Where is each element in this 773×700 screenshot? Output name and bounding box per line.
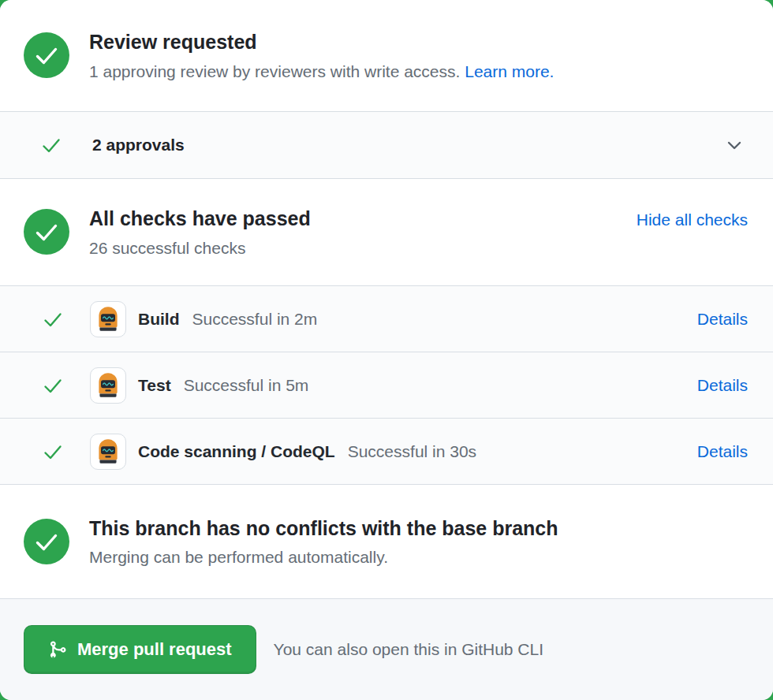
- check-status: Successful in 30s: [348, 442, 476, 461]
- merge-button-label: Merge pull request: [77, 639, 232, 660]
- hide-all-checks-link[interactable]: Hide all checks: [637, 210, 748, 229]
- review-status-subtitle-text: 1 approving review by reviewers with wri…: [89, 62, 460, 80]
- check-name: Build: [138, 310, 180, 329]
- check-icon: [43, 309, 63, 330]
- checks-summary-section: All checks have passed 26 successful che…: [0, 179, 773, 286]
- check-icon: [43, 441, 63, 462]
- check-icon: [41, 135, 62, 155]
- review-status-title: Review requested: [89, 29, 554, 55]
- check-status: Successful in 2m: [192, 310, 318, 329]
- checks-summary-subtitle: 26 successful checks: [89, 237, 311, 259]
- check-name: Code scanning / CodeQL: [138, 442, 335, 461]
- check-icon: [43, 375, 63, 396]
- success-check-circle-icon: [24, 209, 69, 255]
- merge-box-card: Review requested 1 approving review by r…: [0, 0, 773, 700]
- git-merge-icon: [48, 640, 67, 659]
- github-actions-bot-avatar: [90, 434, 126, 470]
- github-actions-bot-avatar: [90, 301, 126, 337]
- github-actions-bot-avatar: [90, 367, 126, 404]
- chevron-down-icon[interactable]: [724, 135, 745, 155]
- details-link[interactable]: Details: [697, 442, 748, 461]
- approvals-row[interactable]: 2 approvals: [0, 112, 773, 179]
- checks-summary-title: All checks have passed: [89, 206, 311, 232]
- check-name: Test: [138, 376, 171, 395]
- check-row-codeql: Code scanning / CodeQL Successful in 30s…: [0, 419, 773, 485]
- approvals-label: 2 approvals: [92, 136, 185, 155]
- merge-pull-request-button[interactable]: Merge pull request: [24, 625, 256, 674]
- success-check-circle-icon: [24, 519, 69, 564]
- details-link[interactable]: Details: [697, 310, 748, 329]
- cli-hint-text: You can also open this in GitHub CLI: [274, 640, 543, 659]
- merge-status-section: This branch has no conflicts with the ba…: [0, 485, 773, 598]
- success-check-circle-icon: [24, 32, 69, 78]
- details-link[interactable]: Details: [697, 376, 748, 395]
- review-status-subtitle: 1 approving review by reviewers with wri…: [89, 61, 554, 82]
- check-row-test: Test Successful in 5m Details: [0, 352, 773, 419]
- merge-status-title: This branch has no conflicts with the ba…: [89, 516, 558, 542]
- review-status-section: Review requested 1 approving review by r…: [0, 0, 773, 112]
- check-row-build: Build Successful in 2m Details: [0, 286, 773, 352]
- merge-status-subtitle: Merging can be performed automatically.: [89, 546, 558, 568]
- learn-more-link[interactable]: Learn more.: [465, 62, 554, 80]
- check-status: Successful in 5m: [184, 376, 309, 395]
- merge-actions-footer: Merge pull request You can also open thi…: [0, 598, 773, 700]
